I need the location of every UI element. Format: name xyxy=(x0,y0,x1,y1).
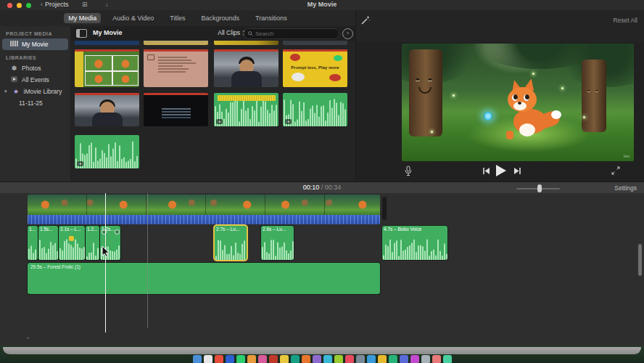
tab-audio-video[interactable]: Audio & Video xyxy=(108,13,158,23)
dock-app-icon[interactable] xyxy=(345,355,354,363)
play-button[interactable] xyxy=(495,165,506,176)
media-thumbnail-video-yellow[interactable] xyxy=(214,41,278,45)
libraries-sidebar: PROJECT MEDIA My Movie LIBRARIES ✽Photos… xyxy=(0,26,71,182)
filmstrip-icon xyxy=(10,41,18,48)
dock-app-icon[interactable] xyxy=(313,355,321,363)
video-clip-filmstrip[interactable] xyxy=(28,195,380,215)
media-thumbnail-yellow-promo[interactable]: Prompt less, Play more xyxy=(283,49,347,87)
media-thumbnail-webcam[interactable] xyxy=(214,49,278,87)
media-thumbnail-audio[interactable]: ● xyxy=(214,93,278,126)
sidebar-toggle-icon[interactable] xyxy=(76,29,87,38)
tab-my-media[interactable]: My Media xyxy=(64,13,101,23)
skimmer-line xyxy=(147,193,148,328)
media-thumbnail-notes-doc[interactable] xyxy=(144,49,208,87)
dock-app-icon[interactable] xyxy=(367,355,376,363)
fullscreen-button[interactable] xyxy=(611,166,620,175)
dock-app-icon[interactable] xyxy=(334,355,343,363)
tab-backgrounds[interactable]: Backgrounds xyxy=(197,13,244,23)
favorite-marker xyxy=(75,49,139,52)
dock-app-icon[interactable] xyxy=(269,355,278,363)
dock-app-icon[interactable] xyxy=(443,355,452,363)
clip-label: 2.6s – Lu... xyxy=(263,227,292,232)
timeline-draw-icon: ⌁ xyxy=(26,335,30,341)
favorite-marker xyxy=(283,49,347,52)
record-voiceover-button[interactable] xyxy=(404,166,413,176)
media-thumbnail-video-dark-blue[interactable] xyxy=(75,41,139,45)
favorite-marker xyxy=(214,49,278,52)
search-input[interactable]: Search xyxy=(244,28,339,39)
dock-app-icon[interactable] xyxy=(421,355,430,363)
dock-app-icon[interactable] xyxy=(226,355,234,363)
dock-app-icon[interactable] xyxy=(302,355,310,363)
browser-title: My Movie xyxy=(93,29,123,36)
audio-clip[interactable]: 2.6s – Lu... xyxy=(261,226,294,260)
fade-handle[interactable] xyxy=(115,229,120,234)
audio-clip-selected[interactable]: 2.7s – Lu... xyxy=(215,226,247,260)
sidebar-item-label: iMovie Library xyxy=(24,88,62,95)
dock-app-icon[interactable] xyxy=(356,355,365,363)
audio-clip[interactable]: 2.1s – L... xyxy=(59,226,85,260)
media-thumbnail-fox-collage[interactable] xyxy=(75,49,139,87)
media-thumbnail-webcam[interactable] xyxy=(75,93,139,126)
dock[interactable] xyxy=(0,355,644,363)
dock-app-icon[interactable] xyxy=(432,355,441,363)
dock-app-icon[interactable] xyxy=(389,355,397,363)
tab-titles[interactable]: Titles xyxy=(165,13,189,23)
sidebar-item-11-11-25[interactable]: 11-11-25 xyxy=(0,97,70,109)
video-clip-audio-waveform[interactable] xyxy=(28,215,380,224)
media-browser: Prompt less, Play more●●● xyxy=(70,41,355,182)
dock-app-icon[interactable] xyxy=(323,355,332,363)
dock-app-icon[interactable] xyxy=(258,355,267,363)
audio-clip[interactable]: 1.2... xyxy=(86,226,99,260)
media-thumbnail-video-dark[interactable] xyxy=(283,41,347,45)
timeline-vertical-scrollbar[interactable] xyxy=(638,244,642,276)
clip-end-handle[interactable] xyxy=(382,197,387,220)
audio-clip[interactable]: 1.5s... xyxy=(38,226,58,260)
media-thumbnail-audio[interactable]: ● xyxy=(75,135,139,168)
media-thumbnail-video-light[interactable] xyxy=(144,41,208,45)
dock-app-icon[interactable] xyxy=(410,355,419,363)
clip-label: 2.7s – Lu... xyxy=(216,227,245,232)
tab-transitions[interactable]: Transitions xyxy=(251,13,292,23)
filmstrip-frame xyxy=(87,195,146,215)
music-clip[interactable]: 29.5s – Forest Frolic (1) xyxy=(28,263,380,294)
dock-app-icon[interactable] xyxy=(280,355,289,363)
reset-all-button[interactable]: Reset All xyxy=(613,17,637,24)
media-thumbnail-audio[interactable]: ● xyxy=(283,93,347,126)
timeline: 1...1.5s...2.1s – L...1.2...1.2s...2.7s … xyxy=(0,193,644,347)
dock-app-icon[interactable] xyxy=(204,355,212,363)
glowing-butterfly xyxy=(483,112,493,121)
sidebar-item-all-events[interactable]: All Events xyxy=(0,74,70,86)
dock-app-icon[interactable] xyxy=(378,355,387,363)
media-thumbnail-terminal[interactable] xyxy=(144,93,208,126)
clip-label: 2.1s – L... xyxy=(60,227,83,232)
next-frame-button[interactable] xyxy=(514,168,521,174)
clip-badge xyxy=(69,236,74,241)
dock-app-icon[interactable] xyxy=(236,355,245,363)
dock-app-icon[interactable] xyxy=(215,355,223,363)
dock-app-icon[interactable] xyxy=(291,355,300,363)
audio-clip[interactable]: 1... xyxy=(28,226,38,260)
dock-app-icon[interactable] xyxy=(400,355,408,363)
previous-frame-button[interactable] xyxy=(482,168,490,174)
audio-clip[interactable]: 4.7s – Bobo Voice xyxy=(382,226,447,260)
dock-app-icon[interactable] xyxy=(193,355,202,363)
dock-app-icon[interactable] xyxy=(247,355,256,363)
clip-filter-dropdown[interactable]: All Clips xyxy=(218,29,247,36)
clip-label: 1.2... xyxy=(87,227,98,232)
playhead[interactable] xyxy=(105,193,106,333)
enhance-wand-icon[interactable] xyxy=(359,14,372,27)
skip-back-icon xyxy=(482,168,490,174)
sidebar-item-photos[interactable]: ✽Photos xyxy=(0,62,70,74)
timeline-zoom-knob[interactable] xyxy=(537,184,542,192)
expand-icon xyxy=(611,166,620,175)
timeline-settings-button[interactable]: Settings xyxy=(614,184,637,192)
preview-video[interactable]: Veo xyxy=(402,44,634,161)
sidebar-item-label: 11-11-25 xyxy=(19,99,43,107)
browser-options-button[interactable]: › xyxy=(342,28,353,39)
sidebar-item-imovie-library[interactable]: ▾★iMovie Library xyxy=(0,86,70,97)
events-icon xyxy=(10,76,18,83)
chevron-down-icon[interactable]: ▾ xyxy=(4,89,7,94)
project-media-header: PROJECT MEDIA xyxy=(0,26,70,38)
sidebar-item-my-movie[interactable]: My Movie xyxy=(2,38,68,50)
